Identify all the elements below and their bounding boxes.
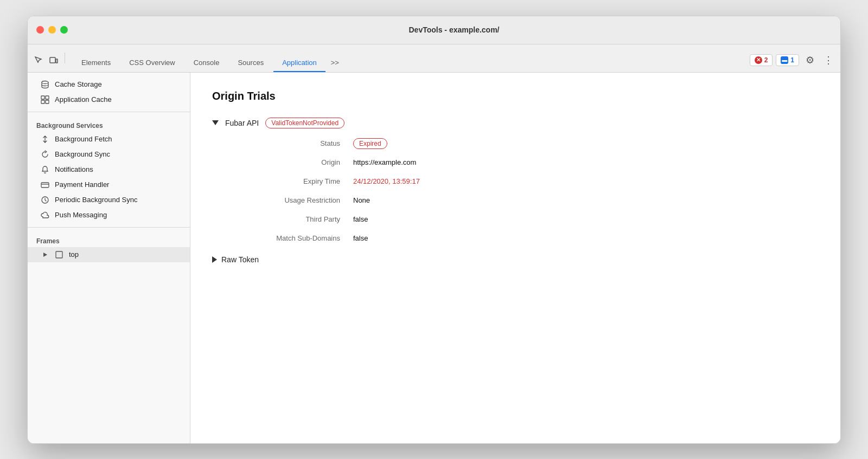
sidebar-item-application-cache[interactable]: Application Cache xyxy=(28,92,190,107)
svg-marker-9 xyxy=(43,253,47,257)
devtools-icons xyxy=(32,53,67,72)
frames-label: Frames xyxy=(28,232,190,247)
sidebar-divider-2 xyxy=(28,227,190,228)
cloud-icon xyxy=(41,211,49,219)
expiry-time-label: Expiry Time xyxy=(234,177,353,185)
svg-rect-10 xyxy=(56,251,62,258)
page-title: Origin Trials xyxy=(212,90,819,102)
tab-application[interactable]: Application xyxy=(273,54,326,72)
arrows-updown-icon xyxy=(41,135,49,144)
svg-rect-3 xyxy=(41,96,44,99)
info-icon: ▬ xyxy=(781,56,788,64)
third-party-value: false xyxy=(353,215,819,223)
trial-section: Fubar API ValidTokenNotProvided Status E… xyxy=(212,118,819,264)
inspect-icon[interactable] xyxy=(32,54,45,67)
maximize-button[interactable] xyxy=(60,26,68,34)
svg-rect-1 xyxy=(56,59,58,63)
sidebar-item-background-fetch[interactable]: Background Fetch xyxy=(28,132,190,147)
minimize-button[interactable] xyxy=(48,26,56,34)
periodic-background-sync-label: Periodic Background Sync xyxy=(55,196,137,204)
tab-sources[interactable]: Sources xyxy=(229,54,272,72)
content-panel: Origin Trials Fubar API ValidTokenNotPro… xyxy=(190,73,840,443)
cache-storage-label: Cache Storage xyxy=(55,80,102,88)
main-area: Cache Storage Application Cache xyxy=(28,73,840,443)
sidebar-item-periodic-background-sync[interactable]: Periodic Background Sync xyxy=(28,192,190,208)
background-fetch-label: Background Fetch xyxy=(55,135,112,143)
raw-token-expand-icon[interactable] xyxy=(212,256,217,263)
clock-icon xyxy=(41,196,49,204)
tab-console[interactable]: Console xyxy=(185,54,228,72)
sidebar-item-background-sync[interactable]: Background Sync xyxy=(28,147,190,162)
credit-card-icon xyxy=(41,180,49,189)
more-options-icon[interactable]: ⋮ xyxy=(821,53,836,68)
grid-icon xyxy=(41,95,49,104)
payment-handler-label: Payment Handler xyxy=(55,180,109,189)
origin-value: https://example.com xyxy=(353,158,819,166)
sidebar-item-cache-storage[interactable]: Cache Storage xyxy=(28,77,190,92)
window-title: DevTools - example.com/ xyxy=(76,25,832,34)
svg-rect-7 xyxy=(41,183,49,188)
svg-rect-4 xyxy=(46,96,49,99)
trial-name: Fubar API xyxy=(225,119,259,127)
expiry-time-value: 24/12/2020, 13:59:17 xyxy=(353,177,819,185)
status-badge-value: Expired xyxy=(353,138,387,149)
svg-point-2 xyxy=(42,81,48,83)
application-cache-label: Application Cache xyxy=(55,95,112,104)
status-value: Expired xyxy=(353,139,819,147)
raw-token-label: Raw Token xyxy=(221,255,259,264)
error-icon: ✕ xyxy=(755,56,762,64)
trial-header: Fubar API ValidTokenNotProvided xyxy=(212,118,819,128)
usage-restriction-value: None xyxy=(353,196,819,204)
info-badge-button[interactable]: ▬ 1 xyxy=(776,54,799,66)
sidebar-item-payment-handler[interactable]: Payment Handler xyxy=(28,177,190,192)
origin-label: Origin xyxy=(234,158,353,166)
tab-elements[interactable]: Elements xyxy=(73,54,119,72)
raw-token-row: Raw Token xyxy=(212,255,819,264)
sidebar-item-frame-top[interactable]: top xyxy=(28,247,190,262)
detail-grid: Status Expired Origin https://example.co… xyxy=(234,139,819,242)
push-messaging-label: Push Messaging xyxy=(55,211,107,219)
trial-status-badge: ValidTokenNotProvided xyxy=(265,118,344,128)
error-badge-button[interactable]: ✕ 2 xyxy=(750,54,773,66)
tab-overflow[interactable]: >> xyxy=(327,54,343,72)
bell-icon xyxy=(41,165,49,174)
title-bar: DevTools - example.com/ xyxy=(28,16,840,44)
tab-bar: Elements CSS Overview Console Sources Ap… xyxy=(28,44,840,73)
third-party-label: Third Party xyxy=(234,215,353,223)
frame-top-label: top xyxy=(69,250,79,258)
background-services-label: Background Services xyxy=(28,117,190,132)
tab-css-overview[interactable]: CSS Overview xyxy=(120,54,184,72)
sidebar-item-notifications[interactable]: Notifications xyxy=(28,162,190,177)
notifications-label: Notifications xyxy=(55,165,93,173)
device-toggle-icon[interactable] xyxy=(47,54,60,67)
match-sub-domains-value: false xyxy=(353,234,819,242)
settings-icon[interactable]: ⚙ xyxy=(802,53,818,68)
svg-rect-0 xyxy=(50,57,55,63)
status-label: Status xyxy=(234,139,353,147)
error-count: 2 xyxy=(764,56,768,64)
match-sub-domains-label: Match Sub-Domains xyxy=(234,234,353,242)
sidebar-divider-1 xyxy=(28,112,190,112)
usage-restriction-label: Usage Restriction xyxy=(234,196,353,204)
svg-rect-5 xyxy=(41,100,44,104)
background-sync-label: Background Sync xyxy=(55,150,110,158)
tab-bar-right: ✕ 2 ▬ 1 ⚙ ⋮ xyxy=(750,53,836,72)
svg-rect-6 xyxy=(46,100,49,104)
triangle-right-small-icon xyxy=(41,250,49,259)
refresh-icon xyxy=(41,150,49,159)
frame-icon xyxy=(55,250,63,259)
trial-expand-icon[interactable] xyxy=(212,120,219,125)
close-button[interactable] xyxy=(36,26,44,34)
info-count: 1 xyxy=(790,56,794,64)
traffic-lights xyxy=(36,26,68,34)
devtools-window: DevTools - example.com/ Elements CSS Ove… xyxy=(27,16,841,444)
database-icon xyxy=(41,80,49,89)
sidebar: Cache Storage Application Cache xyxy=(28,73,190,443)
sidebar-item-push-messaging[interactable]: Push Messaging xyxy=(28,208,190,223)
tab-divider xyxy=(65,53,65,63)
sidebar-storage: Cache Storage Application Cache xyxy=(28,73,190,107)
